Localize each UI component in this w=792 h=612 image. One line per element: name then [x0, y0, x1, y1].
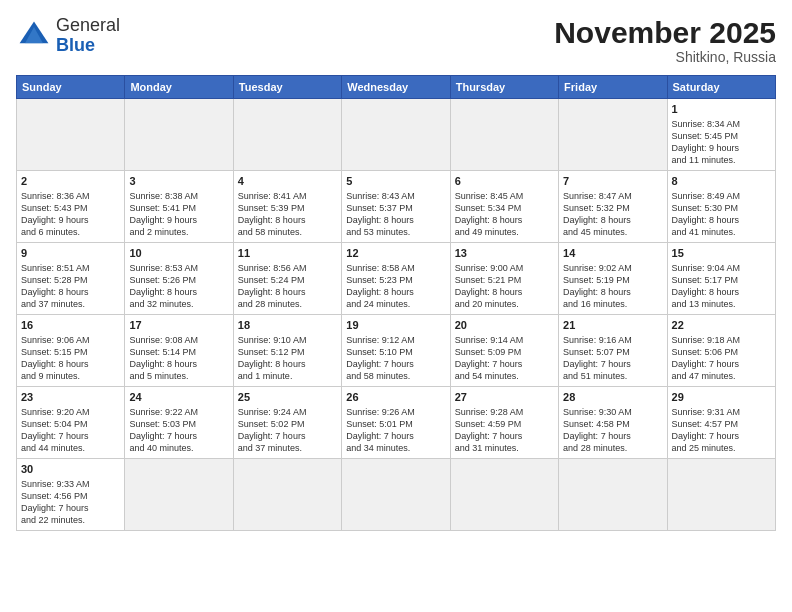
day-info: Sunrise: 9:31 AM Sunset: 4:57 PM Dayligh… — [672, 406, 771, 455]
day-info: Sunrise: 9:08 AM Sunset: 5:14 PM Dayligh… — [129, 334, 228, 383]
day-info: Sunrise: 8:58 AM Sunset: 5:23 PM Dayligh… — [346, 262, 445, 311]
day-number: 1 — [672, 102, 771, 117]
day-info: Sunrise: 8:49 AM Sunset: 5:30 PM Dayligh… — [672, 190, 771, 239]
day-info: Sunrise: 8:56 AM Sunset: 5:24 PM Dayligh… — [238, 262, 337, 311]
day-number: 10 — [129, 246, 228, 261]
day-number: 21 — [563, 318, 662, 333]
day-info: Sunrise: 9:22 AM Sunset: 5:03 PM Dayligh… — [129, 406, 228, 455]
day-cell: 11Sunrise: 8:56 AM Sunset: 5:24 PM Dayli… — [233, 243, 341, 315]
weekday-tuesday: Tuesday — [233, 76, 341, 99]
day-number: 14 — [563, 246, 662, 261]
weekday-thursday: Thursday — [450, 76, 558, 99]
day-info: Sunrise: 8:45 AM Sunset: 5:34 PM Dayligh… — [455, 190, 554, 239]
weekday-wednesday: Wednesday — [342, 76, 450, 99]
day-number: 19 — [346, 318, 445, 333]
logo-general: General — [56, 16, 120, 36]
day-cell: 30Sunrise: 9:33 AM Sunset: 4:56 PM Dayli… — [17, 459, 125, 531]
day-cell — [17, 99, 125, 171]
day-info: Sunrise: 9:10 AM Sunset: 5:12 PM Dayligh… — [238, 334, 337, 383]
day-cell — [667, 459, 775, 531]
weekday-saturday: Saturday — [667, 76, 775, 99]
day-number: 16 — [21, 318, 120, 333]
day-info: Sunrise: 8:43 AM Sunset: 5:37 PM Dayligh… — [346, 190, 445, 239]
day-cell — [233, 99, 341, 171]
day-cell: 26Sunrise: 9:26 AM Sunset: 5:01 PM Dayli… — [342, 387, 450, 459]
location: Shitkino, Russia — [554, 49, 776, 65]
day-info: Sunrise: 9:14 AM Sunset: 5:09 PM Dayligh… — [455, 334, 554, 383]
day-cell: 2Sunrise: 8:36 AM Sunset: 5:43 PM Daylig… — [17, 171, 125, 243]
day-cell: 19Sunrise: 9:12 AM Sunset: 5:10 PM Dayli… — [342, 315, 450, 387]
day-number: 8 — [672, 174, 771, 189]
day-cell: 20Sunrise: 9:14 AM Sunset: 5:09 PM Dayli… — [450, 315, 558, 387]
day-info: Sunrise: 8:34 AM Sunset: 5:45 PM Dayligh… — [672, 118, 771, 167]
day-number: 24 — [129, 390, 228, 405]
day-info: Sunrise: 9:33 AM Sunset: 4:56 PM Dayligh… — [21, 478, 120, 527]
day-info: Sunrise: 8:36 AM Sunset: 5:43 PM Dayligh… — [21, 190, 120, 239]
weekday-sunday: Sunday — [17, 76, 125, 99]
day-number: 12 — [346, 246, 445, 261]
day-cell — [450, 459, 558, 531]
day-info: Sunrise: 9:18 AM Sunset: 5:06 PM Dayligh… — [672, 334, 771, 383]
day-number: 18 — [238, 318, 337, 333]
day-info: Sunrise: 9:12 AM Sunset: 5:10 PM Dayligh… — [346, 334, 445, 383]
day-cell — [125, 459, 233, 531]
day-cell: 15Sunrise: 9:04 AM Sunset: 5:17 PM Dayli… — [667, 243, 775, 315]
day-number: 26 — [346, 390, 445, 405]
day-number: 20 — [455, 318, 554, 333]
weekday-friday: Friday — [559, 76, 667, 99]
day-number: 7 — [563, 174, 662, 189]
weekday-monday: Monday — [125, 76, 233, 99]
day-number: 22 — [672, 318, 771, 333]
header: General Blue November 2025 Shitkino, Rus… — [16, 16, 776, 65]
day-number: 28 — [563, 390, 662, 405]
day-cell: 10Sunrise: 8:53 AM Sunset: 5:26 PM Dayli… — [125, 243, 233, 315]
day-number: 6 — [455, 174, 554, 189]
day-cell: 23Sunrise: 9:20 AM Sunset: 5:04 PM Dayli… — [17, 387, 125, 459]
day-info: Sunrise: 8:41 AM Sunset: 5:39 PM Dayligh… — [238, 190, 337, 239]
day-info: Sunrise: 9:02 AM Sunset: 5:19 PM Dayligh… — [563, 262, 662, 311]
week-row-4: 23Sunrise: 9:20 AM Sunset: 5:04 PM Dayli… — [17, 387, 776, 459]
day-number: 2 — [21, 174, 120, 189]
day-number: 3 — [129, 174, 228, 189]
day-info: Sunrise: 8:51 AM Sunset: 5:28 PM Dayligh… — [21, 262, 120, 311]
day-cell: 14Sunrise: 9:02 AM Sunset: 5:19 PM Dayli… — [559, 243, 667, 315]
logo-text: General Blue — [56, 16, 120, 56]
day-number: 23 — [21, 390, 120, 405]
day-cell: 18Sunrise: 9:10 AM Sunset: 5:12 PM Dayli… — [233, 315, 341, 387]
day-cell: 28Sunrise: 9:30 AM Sunset: 4:58 PM Dayli… — [559, 387, 667, 459]
day-cell: 12Sunrise: 8:58 AM Sunset: 5:23 PM Dayli… — [342, 243, 450, 315]
day-cell: 29Sunrise: 9:31 AM Sunset: 4:57 PM Dayli… — [667, 387, 775, 459]
day-number: 11 — [238, 246, 337, 261]
day-cell: 5Sunrise: 8:43 AM Sunset: 5:37 PM Daylig… — [342, 171, 450, 243]
day-cell: 16Sunrise: 9:06 AM Sunset: 5:15 PM Dayli… — [17, 315, 125, 387]
day-cell: 21Sunrise: 9:16 AM Sunset: 5:07 PM Dayli… — [559, 315, 667, 387]
week-row-2: 9Sunrise: 8:51 AM Sunset: 5:28 PM Daylig… — [17, 243, 776, 315]
week-row-5: 30Sunrise: 9:33 AM Sunset: 4:56 PM Dayli… — [17, 459, 776, 531]
title-block: November 2025 Shitkino, Russia — [554, 16, 776, 65]
day-number: 25 — [238, 390, 337, 405]
day-number: 15 — [672, 246, 771, 261]
day-cell: 17Sunrise: 9:08 AM Sunset: 5:14 PM Dayli… — [125, 315, 233, 387]
day-info: Sunrise: 9:16 AM Sunset: 5:07 PM Dayligh… — [563, 334, 662, 383]
day-info: Sunrise: 8:38 AM Sunset: 5:41 PM Dayligh… — [129, 190, 228, 239]
month-title: November 2025 — [554, 16, 776, 49]
day-cell: 24Sunrise: 9:22 AM Sunset: 5:03 PM Dayli… — [125, 387, 233, 459]
day-info: Sunrise: 9:26 AM Sunset: 5:01 PM Dayligh… — [346, 406, 445, 455]
day-cell — [559, 459, 667, 531]
week-row-3: 16Sunrise: 9:06 AM Sunset: 5:15 PM Dayli… — [17, 315, 776, 387]
day-cell — [125, 99, 233, 171]
calendar-page: General Blue November 2025 Shitkino, Rus… — [0, 0, 792, 541]
day-cell: 1Sunrise: 8:34 AM Sunset: 5:45 PM Daylig… — [667, 99, 775, 171]
day-cell — [559, 99, 667, 171]
day-cell — [342, 459, 450, 531]
day-cell: 9Sunrise: 8:51 AM Sunset: 5:28 PM Daylig… — [17, 243, 125, 315]
week-row-0: 1Sunrise: 8:34 AM Sunset: 5:45 PM Daylig… — [17, 99, 776, 171]
logo-icon — [16, 18, 52, 54]
day-cell: 4Sunrise: 8:41 AM Sunset: 5:39 PM Daylig… — [233, 171, 341, 243]
day-number: 30 — [21, 462, 120, 477]
logo-blue: Blue — [56, 36, 120, 56]
day-cell: 6Sunrise: 8:45 AM Sunset: 5:34 PM Daylig… — [450, 171, 558, 243]
day-info: Sunrise: 8:53 AM Sunset: 5:26 PM Dayligh… — [129, 262, 228, 311]
week-row-1: 2Sunrise: 8:36 AM Sunset: 5:43 PM Daylig… — [17, 171, 776, 243]
day-cell: 8Sunrise: 8:49 AM Sunset: 5:30 PM Daylig… — [667, 171, 775, 243]
